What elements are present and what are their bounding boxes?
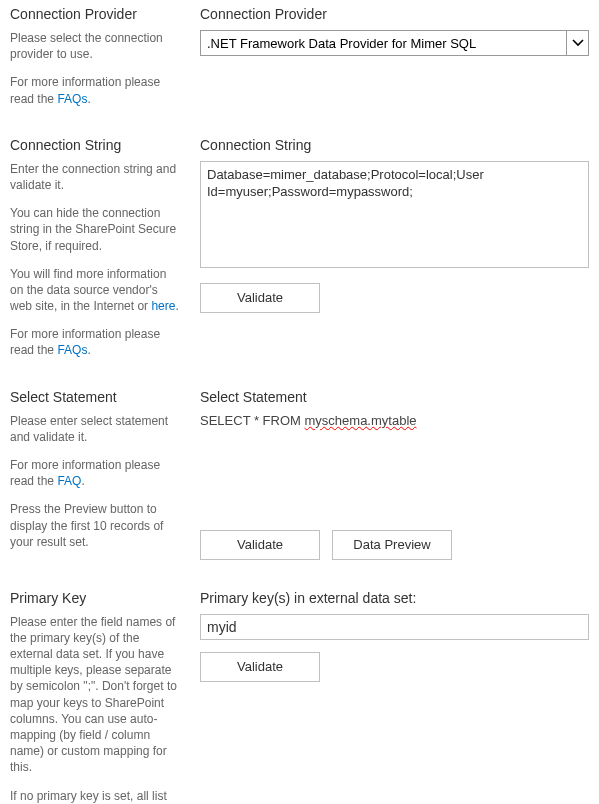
connection-string-input[interactable]: Database=mimer_database;Protocol=local;U… — [200, 161, 589, 268]
connection-string-label: Connection String — [200, 137, 589, 153]
sidebar-desc: Please select the connection provider to… — [10, 30, 180, 62]
connection-string-buttons: Validate — [200, 283, 589, 313]
select-statement-input[interactable]: SELECT * FROM myschema.mytable — [200, 413, 589, 518]
spellcheck-squiggle: myschema.mytable — [305, 413, 417, 428]
sidebar-desc: Please enter the field names of the prim… — [10, 614, 180, 776]
sidebar-desc: If no primary key is set, all list items… — [10, 788, 180, 805]
select-statement-buttons: Validate Data Preview — [200, 530, 589, 560]
faq-link[interactable]: FAQ — [57, 474, 81, 488]
section-connection-provider: Connection Provider Please select the co… — [10, 6, 589, 107]
sidebar-more-info: For more information please read the FAQ… — [10, 326, 180, 358]
sidebar-desc: Please enter select statement and valida… — [10, 413, 180, 445]
data-preview-button[interactable]: Data Preview — [332, 530, 452, 560]
primary-key-input[interactable] — [200, 614, 589, 640]
sidebar-primary-key: Primary Key Please enter the field names… — [10, 590, 180, 804]
connection-provider-select[interactable]: .NET Framework Data Provider for Mimer S… — [200, 30, 589, 56]
sidebar-select-statement: Select Statement Please enter select sta… — [10, 389, 180, 560]
here-link[interactable]: here — [151, 299, 175, 313]
section-connection-string: Connection String Enter the connection s… — [10, 137, 589, 359]
sidebar-desc: Press the Preview button to display the … — [10, 501, 180, 550]
primary-key-label: Primary key(s) in external data set: — [200, 590, 589, 606]
sidebar-desc: You will find more information on the da… — [10, 266, 180, 315]
panel-connection-string: Connection String Database=mimer_databas… — [200, 137, 589, 359]
section-select-statement: Select Statement Please enter select sta… — [10, 389, 589, 560]
sidebar-desc: Enter the connection string and validate… — [10, 161, 180, 193]
section-primary-key: Primary Key Please enter the field names… — [10, 590, 589, 804]
sidebar-heading: Primary Key — [10, 590, 180, 606]
panel-select-statement: Select Statement SELECT * FROM myschema.… — [200, 389, 589, 560]
panel-primary-key: Primary key(s) in external data set: Val… — [200, 590, 589, 804]
sidebar-more-info: For more information please read the FAQ… — [10, 457, 180, 489]
primary-key-buttons: Validate — [200, 652, 589, 682]
select-statement-label: Select Statement — [200, 389, 589, 405]
connection-provider-select-wrap: .NET Framework Data Provider for Mimer S… — [200, 30, 589, 56]
sidebar-connection-string: Connection String Enter the connection s… — [10, 137, 180, 359]
sidebar-connection-provider: Connection Provider Please select the co… — [10, 6, 180, 107]
faqs-link[interactable]: FAQs — [57, 343, 87, 357]
validate-button[interactable]: Validate — [200, 283, 320, 313]
sidebar-desc: You can hide the connection string in th… — [10, 205, 180, 254]
sidebar-heading: Select Statement — [10, 389, 180, 405]
connection-provider-label: Connection Provider — [200, 6, 589, 22]
sidebar-more-info: For more information please read the FAQ… — [10, 74, 180, 106]
panel-connection-provider: Connection Provider .NET Framework Data … — [200, 6, 589, 107]
validate-button[interactable]: Validate — [200, 652, 320, 682]
validate-button[interactable]: Validate — [200, 530, 320, 560]
sidebar-heading: Connection Provider — [10, 6, 180, 22]
sidebar-heading: Connection String — [10, 137, 180, 153]
faqs-link[interactable]: FAQs — [57, 92, 87, 106]
